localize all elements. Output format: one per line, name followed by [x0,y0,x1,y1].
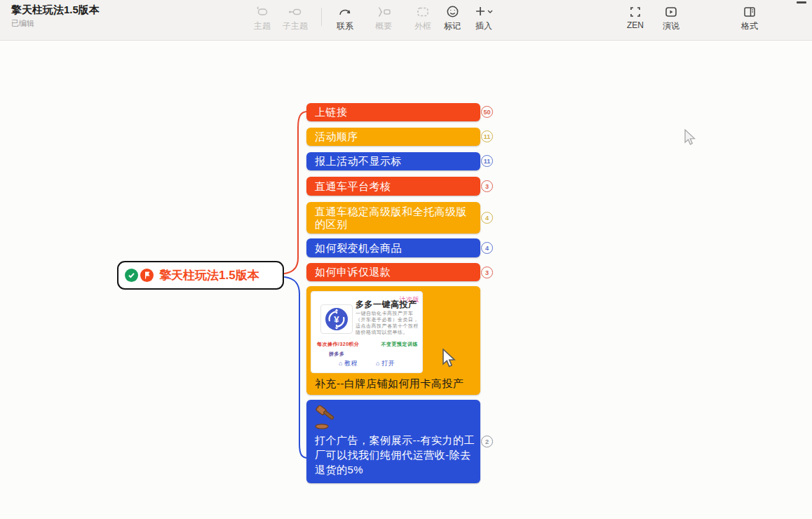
topic-node[interactable]: 上链接 [306,103,480,121]
task-done-check-icon[interactable] [125,269,138,282]
toolbar: 擎天柱玩法1.5版本 已编辑 主题 子主题 [0,0,812,41]
tool-label: 插入 [464,20,503,32]
card-actions: ⌂教程 ⌂打开 [311,357,422,370]
topic-label: 打个广告，案例展示--有实力的工厂可以找我们纯佣代运营收-除去退货的5% [315,433,475,477]
document-status: 已编辑 [11,18,34,29]
root-topic[interactable]: 擎天柱玩法1.5版本 [117,261,284,290]
flag-icon[interactable] [140,269,154,282]
topic-node[interactable]: 直通车平台考核 [306,177,480,196]
tool-label: 联系 [325,20,365,32]
house-icon: ⌂ [376,357,380,370]
house-icon: ⌂ [339,357,343,370]
topic-label: 上链接 [315,106,348,119]
topic-node[interactable]: 如何裂变机会商品 [306,238,480,257]
tool-label: 演说 [651,20,691,32]
subtopic-count-badge[interactable]: 4 [481,242,493,254]
card-open-link[interactable]: ⌂打开 [376,357,395,370]
format-panel-icon [730,4,769,19]
topic-label: 报上活动不显示标 [315,155,402,168]
topic-label: 直通车稳定高级版和全托高级版的区别 [315,205,472,231]
subtopic-count-badge[interactable]: 50 [481,106,493,118]
topic-label: 补充--白牌店铺如何用卡高投产 [315,377,464,390]
card-stat-right: 不变更预定训练 [381,338,419,351]
insert-plus-icon [464,4,503,19]
tool-zen[interactable]: ZEN [616,4,655,30]
subtopic-count-badge[interactable]: 11 [481,130,493,142]
tool-subtopic[interactable]: 子主题 [276,4,315,32]
card-description: 一键自动化卡高投产开车（开车老手必看）全类目，适点击高投产各第十个投程随价格填写… [356,310,420,335]
tool-relationship[interactable]: 联系 [325,4,365,32]
topic-node[interactable]: 如何申诉仅退款 [306,263,480,281]
subtopic-count-badge[interactable]: 3 [481,267,493,278]
toolbar-divider [321,8,322,26]
card-tutorial-label: 教程 [344,357,358,370]
gavel-icon [314,405,341,431]
zen-brackets-icon [616,4,655,19]
plugin-icon-box: ¥ [320,304,353,334]
root-topic-label: 擎天柱玩法1.5版本 [159,267,259,283]
document-title: 擎天柱玩法1.5版本 [11,4,100,17]
topic-node[interactable]: 直通车稳定高级版和全托高级版的区别 [306,202,480,234]
card-title: 多多一键高投产 [356,298,417,311]
subtopic-icon [276,4,315,19]
play-icon [651,4,691,19]
svg-text:¥: ¥ [334,314,339,325]
topic-label: 如何裂变机会商品 [315,242,402,255]
tool-summary[interactable]: 概要 [364,4,403,32]
window-minimize-icon[interactable] [797,1,806,4]
embedded-plugin-card[interactable]: 计次版 ¥ 多多一键高投产 一键自动化卡高投产开车（开车老手必看）全类目，适点击… [311,291,423,373]
tool-label: 子主题 [276,20,315,32]
tool-format[interactable]: 格式 [730,4,769,32]
topic-node[interactable]: 活动顺序 [306,128,480,146]
subtopic-count-badge[interactable]: 4 [481,212,493,224]
card-tutorial-link[interactable]: ⌂教程 [339,357,358,370]
topic-label: 活动顺序 [315,130,358,143]
app-window: 擎天柱玩法1.5版本 已编辑 主题 子主题 [0,0,812,519]
tool-present[interactable]: 演说 [651,4,691,32]
subtopic-count-badge[interactable]: 11 [481,155,493,167]
relationship-icon [325,4,365,19]
tool-label: 格式 [730,20,769,32]
yuan-refresh-icon: ¥ [324,306,349,332]
topic-node-ad[interactable]: 打个广告，案例展示--有实力的工厂可以找我们纯佣代运营收-除去退货的5% [306,400,480,483]
summary-icon [364,4,403,19]
tool-label: 概要 [364,20,403,32]
topic-label: 如何申诉仅退款 [315,266,391,278]
subtopic-count-badge[interactable]: 3 [481,180,493,192]
tool-insert[interactable]: 插入 [464,4,503,32]
card-open-label: 打开 [381,357,395,370]
subtopic-count-badge[interactable]: 2 [481,436,493,447]
topic-node-supplement[interactable]: 计次版 ¥ 多多一键高投产 一键自动化卡高投产开车（开车老手必看）全类目，适点击… [306,286,480,395]
topic-label: 直通车平台考核 [315,180,391,193]
topic-node[interactable]: 报上活动不显示标 [306,152,480,170]
tool-label: ZEN [616,20,655,30]
ghost-cursor-icon [683,129,697,147]
